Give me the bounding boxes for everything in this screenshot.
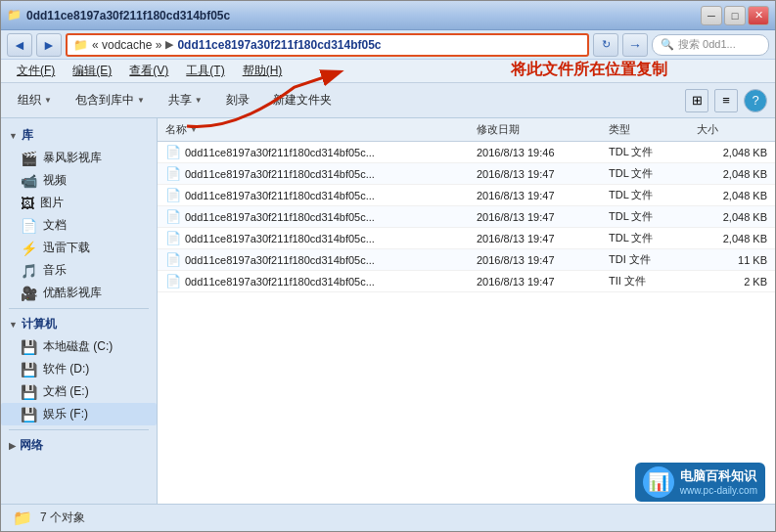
sidebar-group-network[interactable]: ▶ 网络 xyxy=(1,434,157,457)
drive-d-icon: 💾 xyxy=(21,362,37,377)
file-date-2: 2016/8/13 19:47 xyxy=(473,190,605,201)
file-size-6: 2 KB xyxy=(693,276,771,288)
file-icon-4: 📄 xyxy=(165,231,181,245)
help-icon[interactable]: ? xyxy=(744,89,767,112)
file-date-0: 2016/8/13 19:46 xyxy=(473,147,605,158)
back-button[interactable]: ◄ xyxy=(7,33,32,57)
search-icon: 🔍 xyxy=(661,38,674,51)
sidebar-item-baofeng[interactable]: 🎬 暴风影视库 xyxy=(1,147,157,169)
computer-expand-icon: ▼ xyxy=(9,320,18,330)
menu-view[interactable]: 查看(V) xyxy=(121,61,176,81)
sidebar-item-drive-c[interactable]: 💾 本地磁盘 (C:) xyxy=(1,335,157,358)
col-header-size[interactable]: 大小 xyxy=(693,122,771,137)
sidebar-item-drive-e[interactable]: 💾 文档 (E:) xyxy=(1,380,157,403)
watermark: 📊 电脑百科知识 www.pc-daily.com xyxy=(635,463,765,502)
include-arrow-icon: ▼ xyxy=(137,96,145,105)
table-row[interactable]: 📄 0dd11ce8197a30f211f180cd314bf05c... 20… xyxy=(158,163,775,185)
drive-f-icon: 💾 xyxy=(21,407,37,422)
forward-button[interactable]: ► xyxy=(36,33,62,57)
organize-button[interactable]: 组织 ▼ xyxy=(9,88,61,112)
minimize-button[interactable]: ─ xyxy=(701,6,722,25)
file-size-1: 2,048 KB xyxy=(693,168,771,180)
details-view-button[interactable]: ≡ xyxy=(714,89,738,112)
drive-c-icon: 💾 xyxy=(21,339,37,355)
file-type-6: TII 文件 xyxy=(605,274,693,288)
sidebar-computer-label: 计算机 xyxy=(22,316,57,332)
sidebar-group-library[interactable]: ▼ 库 xyxy=(1,124,157,147)
file-type-4: TDL 文件 xyxy=(605,231,693,245)
file-icon-2: 📄 xyxy=(165,188,181,202)
table-row[interactable]: 📄 0dd11ce8197a30f211f180cd314bf05c... 20… xyxy=(158,206,775,228)
file-size-0: 2,048 KB xyxy=(693,147,771,158)
new-folder-button[interactable]: 新建文件夹 xyxy=(264,88,341,112)
search-placeholder: 搜索 0dd1... xyxy=(678,37,736,52)
pictures-icon: 🖼 xyxy=(21,196,34,211)
table-row[interactable]: 📄 0dd11ce8197a30f211f180cd314bf05c... 20… xyxy=(158,185,775,206)
youku-icon: 🎥 xyxy=(21,286,37,301)
explorer-window: 📁 0dd11ce8197a30f211f180cd314bf05c ─ □ ✕… xyxy=(0,0,776,532)
file-icon-1: 📄 xyxy=(165,166,181,181)
menu-help[interactable]: 帮助(H) xyxy=(235,61,291,81)
table-row[interactable]: 📄 0dd11ce8197a30f211f180cd314bf05c... 20… xyxy=(158,249,775,271)
close-button[interactable]: ✕ xyxy=(748,6,769,25)
sidebar-item-video[interactable]: 📹 视频 xyxy=(1,169,157,192)
sidebar-item-documents[interactable]: 📄 文档 xyxy=(1,214,157,237)
sidebar-item-pictures[interactable]: 🖼 图片 xyxy=(1,192,157,214)
sidebar-item-youku[interactable]: 🎥 优酷影视库 xyxy=(1,282,157,304)
col-header-type[interactable]: 类型 xyxy=(605,122,693,137)
view-options-button[interactable]: ⊞ xyxy=(685,89,708,112)
table-row[interactable]: 📄 0dd11ce8197a30f211f180cd314bf05c... 20… xyxy=(158,142,775,163)
menu-bar: 文件(F) 编辑(E) 查看(V) 工具(T) 帮助(H) xyxy=(1,60,775,83)
watermark-title: 电脑百科知识 xyxy=(680,468,757,485)
menu-tools[interactable]: 工具(T) xyxy=(178,61,232,81)
refresh-button[interactable]: ↻ xyxy=(593,33,618,57)
window-controls: ─ □ ✕ xyxy=(701,6,769,25)
file-type-0: TDL 文件 xyxy=(605,145,693,159)
file-date-1: 2016/8/13 19:47 xyxy=(473,168,605,180)
sidebar-item-music[interactable]: 🎵 音乐 xyxy=(1,259,157,282)
file-icon-3: 📄 xyxy=(165,209,181,224)
burn-button[interactable]: 刻录 xyxy=(217,88,258,112)
maximize-button[interactable]: □ xyxy=(724,6,746,25)
search-box[interactable]: 🔍 搜索 0dd1... xyxy=(652,34,769,56)
address-bar[interactable]: 📁 « vodcache » ▶ xyxy=(66,33,589,57)
sidebar-item-thunder[interactable]: ⚡ 迅雷下载 xyxy=(1,237,157,259)
file-list: 📄 0dd11ce8197a30f211f180cd314bf05c... 20… xyxy=(158,142,775,504)
sidebar-group-computer[interactable]: ▼ 计算机 xyxy=(1,313,157,335)
documents-icon: 📄 xyxy=(21,218,37,234)
breadcrumb-prefix: « vodcache » xyxy=(92,38,161,52)
network-expand-icon: ▶ xyxy=(9,441,16,451)
sidebar-divider-1 xyxy=(9,308,149,309)
share-button[interactable]: 共享 ▼ xyxy=(160,88,211,112)
sidebar-section-computer: ▼ 计算机 💾 本地磁盘 (C:) 💾 软件 (D:) 💾 文档 (E:) 💾 xyxy=(1,313,157,425)
sidebar-item-drive-f[interactable]: 💾 娱乐 (F:) xyxy=(1,403,157,425)
file-size-4: 2,048 KB xyxy=(693,233,771,244)
col-header-name[interactable]: 名称 ▼ xyxy=(161,122,473,137)
sidebar-item-drive-d[interactable]: 💾 软件 (D:) xyxy=(1,358,157,380)
main-content: ▼ 库 🎬 暴风影视库 📹 视频 🖼 图片 📄 文档 xyxy=(1,118,775,504)
address-input[interactable] xyxy=(177,38,581,52)
table-row[interactable]: 📄 0dd11ce8197a30f211f180cd314bf05c... 20… xyxy=(158,271,775,292)
breadcrumb-separator: ▶ xyxy=(165,38,173,51)
navigation-bar: ◄ ► 📁 « vodcache » ▶ ↻ → 🔍 搜索 0dd1... xyxy=(1,30,775,60)
include-library-button[interactable]: 包含到库中 ▼ xyxy=(67,88,154,112)
col-header-date[interactable]: 修改日期 xyxy=(473,122,605,137)
sidebar-library-label: 库 xyxy=(22,127,33,144)
sidebar-network-label: 网络 xyxy=(20,437,43,454)
menu-file[interactable]: 文件(F) xyxy=(9,61,63,81)
menu-edit[interactable]: 编辑(E) xyxy=(65,61,119,81)
watermark-url: www.pc-daily.com xyxy=(680,485,757,496)
file-icon-0: 📄 xyxy=(165,145,181,159)
table-row[interactable]: 📄 0dd11ce8197a30f211f180cd314bf05c... 20… xyxy=(158,228,775,249)
file-size-3: 2,048 KB xyxy=(693,211,771,223)
file-type-5: TDI 文件 xyxy=(605,252,693,267)
status-folder-icon: 📁 xyxy=(13,509,32,527)
file-date-4: 2016/8/13 19:47 xyxy=(473,233,605,244)
sidebar-section-network: ▶ 网络 xyxy=(1,434,157,457)
go-button[interactable]: → xyxy=(622,33,648,57)
title-bar: 📁 0dd11ce8197a30f211f180cd314bf05c ─ □ ✕ xyxy=(1,1,775,30)
share-arrow-icon: ▼ xyxy=(195,96,203,105)
address-folder-icon: 📁 xyxy=(73,38,88,52)
window-title: 0dd11ce8197a30f211f180cd314bf05c xyxy=(26,9,230,22)
library-expand-icon: ▼ xyxy=(9,131,18,141)
